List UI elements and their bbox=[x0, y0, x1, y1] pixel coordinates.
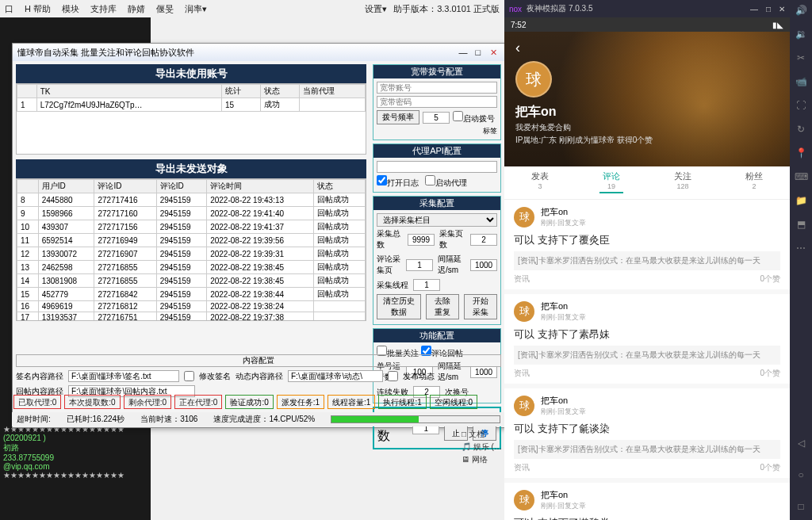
avatar-icon: 球 bbox=[514, 396, 534, 416]
dial-start-checkbox[interactable] bbox=[453, 111, 463, 121]
dyn-path-input[interactable] bbox=[288, 370, 383, 382]
tab-关注[interactable]: 关注128 bbox=[647, 166, 718, 199]
dial-account-input[interactable] bbox=[377, 82, 497, 94]
table-row[interactable]: 8244588027271741629451592022-08-22 19:43… bbox=[17, 193, 366, 207]
avatar[interactable]: 球 bbox=[515, 61, 552, 98]
total-input[interactable] bbox=[408, 234, 435, 246]
menu-item[interactable]: 偃旻 bbox=[156, 3, 174, 15]
comment-item[interactable]: 球把车on刚刚·回复文章可以 支持下了覆灸臣[资讯]卡塞米罗泪洒告别仪式：在皇马… bbox=[504, 200, 790, 289]
back-key-icon[interactable]: ◁ bbox=[798, 438, 805, 449]
table-row[interactable]: 9159896627271716029451592022-08-22 19:41… bbox=[17, 207, 366, 220]
stat-box: 线程容量:1 bbox=[327, 395, 375, 409]
dial-freq-button[interactable]: 拨号频率 bbox=[377, 110, 419, 124]
stats-row: 已取代理:0本次提取数:0剩余代理:0正在代理:0验证成功:0派发任务:1线程容… bbox=[12, 393, 505, 411]
rotate-icon[interactable]: ↻ bbox=[797, 124, 805, 135]
collect-select[interactable]: 选择采集栏目 bbox=[377, 213, 497, 227]
delay-input[interactable] bbox=[470, 259, 497, 271]
scissors-icon[interactable]: ✂ bbox=[797, 52, 805, 63]
location-icon[interactable]: 📍 bbox=[795, 147, 807, 159]
targets-table[interactable]: 用户ID评论ID评论ID评论时间状态8244588027271741629451… bbox=[17, 179, 366, 321]
camera-icon[interactable]: 📹 bbox=[795, 76, 807, 87]
version-label: 助手版本：3.3.0101 正式版 bbox=[393, 3, 500, 15]
home-key-icon[interactable]: ○ bbox=[798, 469, 803, 480]
table-row[interactable]: 1545277927271684229451592022-08-22 19:38… bbox=[17, 288, 366, 301]
close-icon[interactable]: ✕ bbox=[487, 48, 500, 58]
stat-box: 已取代理:0 bbox=[13, 395, 61, 409]
speed-label: 当前时速：3106 bbox=[140, 414, 197, 425]
total-label: 采集总数 bbox=[377, 228, 403, 250]
sign-path-input[interactable] bbox=[68, 370, 179, 382]
tree-item[interactable]: □ 文档 bbox=[462, 428, 502, 441]
menu-item[interactable]: 静婧 bbox=[128, 3, 145, 15]
dark-line: 初路 bbox=[3, 442, 147, 453]
maximize-icon[interactable]: □ bbox=[472, 48, 485, 57]
menu-item[interactable]: 口 bbox=[5, 3, 13, 15]
table-row[interactable]: 16496961927271681229451592022-08-22 19:3… bbox=[17, 301, 366, 312]
minimize-icon[interactable]: — bbox=[457, 48, 469, 57]
start-collect-button[interactable]: 开始采集 bbox=[464, 294, 497, 319]
menu-item[interactable]: 模块 bbox=[62, 3, 79, 15]
sim-close-icon[interactable]: ✕ bbox=[779, 5, 785, 13]
table-row[interactable]: 11659251427271694929451592022-08-22 19:3… bbox=[17, 234, 366, 247]
export-unsent-title: 导出未发送对象 bbox=[16, 159, 366, 178]
pub-dyn-checkbox[interactable] bbox=[388, 371, 398, 381]
back-icon[interactable]: ‹ bbox=[515, 40, 779, 56]
recent-key-icon[interactable]: □ bbox=[798, 501, 803, 512]
stat-box: 执行线程:1 bbox=[378, 395, 426, 409]
sim-min-icon[interactable]: — bbox=[750, 5, 758, 13]
dyn-path-label: 动态内容路径 bbox=[236, 371, 283, 382]
comment-item[interactable]: 球把车on刚刚·回复文章可以 支持下了懒魏党 bbox=[504, 483, 790, 520]
comment-item[interactable]: 球把车on刚刚·回复文章可以 支持下了素昂妹[资讯]卡塞米罗泪洒告别仪式：在皇马… bbox=[504, 294, 790, 384]
sign-path-label: 签名内容路径 bbox=[16, 371, 63, 382]
dedup-button[interactable]: 去除重复 bbox=[426, 294, 459, 319]
export-unused-title: 导出未使用账号 bbox=[16, 64, 366, 83]
timeout-label: 超时时间: bbox=[17, 414, 51, 425]
menu-item[interactable]: 支持库 bbox=[90, 3, 117, 15]
apk-icon[interactable]: ⬒ bbox=[797, 219, 806, 230]
sim-name: 夜神模拟器 7.0.3.5 bbox=[527, 3, 592, 14]
pages-input[interactable] bbox=[470, 234, 497, 246]
proxy-start-checkbox[interactable] bbox=[425, 175, 435, 185]
keyboard-icon[interactable]: ⌨ bbox=[795, 171, 808, 182]
folder-icon[interactable]: 📁 bbox=[795, 195, 807, 206]
commentpg-input[interactable] bbox=[406, 259, 433, 271]
commentpg-label: 评论采集页 bbox=[377, 254, 401, 276]
vol-up-icon[interactable]: 🔊 bbox=[795, 5, 807, 16]
table-row[interactable]: 1043930727271715629451592022-08-22 19:41… bbox=[17, 220, 366, 234]
status-bar: 超时时间: 已耗时:16.224秒 当前时速：3106 速度完成进度：14.CP… bbox=[12, 412, 505, 426]
main-window: 懂球帝自动采集 批量关注和评论回帖协议软件 — □ ✕ 导出未使用账号 TK统计… bbox=[12, 43, 505, 428]
tab-发表[interactable]: 发表3 bbox=[504, 166, 576, 199]
menubar: 口 H 帮助 模块 支持库 静婧 偃旻 润率▾ 设置▾ 助手版本：3.3.010… bbox=[0, 0, 504, 17]
stat-box: 正在代理:0 bbox=[174, 395, 222, 409]
mod-sign-checkbox[interactable] bbox=[184, 371, 194, 381]
table-row[interactable]: 141308190827271685529451592022-08-22 19:… bbox=[17, 274, 366, 288]
dial-freq-input[interactable] bbox=[423, 112, 450, 124]
more-icon[interactable]: ⋯ bbox=[796, 243, 806, 254]
sim-sidebar: 🔊 🔉 ✂ 📹 ⛶ ↻ 📍 ⌨ 📁 ⬒ ⋯ ◁ ○ □ bbox=[790, 0, 812, 520]
menu-item[interactable]: H 帮助 bbox=[25, 3, 51, 15]
tab-粉丝[interactable]: 粉丝2 bbox=[718, 166, 790, 199]
sim-titlebar: nox 夜神模拟器 7.0.3.5 — □ ✕ bbox=[504, 0, 790, 17]
tab-评论[interactable]: 评论19 bbox=[576, 166, 647, 199]
table-row[interactable]: 13246259827271685529451592022-08-22 19:3… bbox=[17, 261, 366, 274]
clear-history-button[interactable]: 清空历史数据 bbox=[377, 294, 421, 319]
tree-item[interactable]: 🎵 娱乐 (… bbox=[462, 441, 502, 453]
table-row[interactable]: 121393007227271690729451592022-08-22 19:… bbox=[17, 247, 366, 261]
tree-item[interactable]: 🖥 网络 bbox=[462, 453, 502, 466]
thread-input[interactable] bbox=[413, 279, 440, 291]
menu-item[interactable]: 润率▾ bbox=[185, 3, 207, 15]
comment-list[interactable]: 球把车on刚刚·回复文章可以 支持下了覆灸臣[资讯]卡塞米罗泪洒告别仪式：在皇马… bbox=[504, 200, 790, 520]
sim-max-icon[interactable]: □ bbox=[766, 5, 771, 13]
dial-password-input[interactable] bbox=[377, 96, 497, 108]
comment-item[interactable]: 球把车on刚刚·回复文章可以 支持下了毹谈染[资讯]卡塞米罗泪洒告别仪式：在皇马… bbox=[504, 388, 790, 478]
log-checkbox[interactable] bbox=[377, 175, 387, 185]
table-row[interactable]: 171319353727271675129451592022-08-22 19:… bbox=[17, 312, 366, 322]
menu-settings[interactable]: 设置▾ bbox=[365, 3, 387, 15]
accounts-table[interactable]: TK统计状态当前代理 1L72Cg7f2m4U9JHaZ6QTp…15成功 bbox=[17, 84, 366, 112]
table-row[interactable]: 1L72Cg7f2m4U9JHaZ6QTp…15成功 bbox=[17, 98, 366, 112]
vol-down-icon[interactable]: 🔉 bbox=[795, 29, 807, 40]
avatar-icon: 球 bbox=[514, 490, 534, 510]
api-input[interactable] bbox=[377, 161, 497, 173]
fullscreen-icon[interactable]: ⛶ bbox=[796, 100, 806, 111]
window-title: 懂球帝自动采集 批量关注和评论回帖协议软件 bbox=[17, 47, 194, 59]
